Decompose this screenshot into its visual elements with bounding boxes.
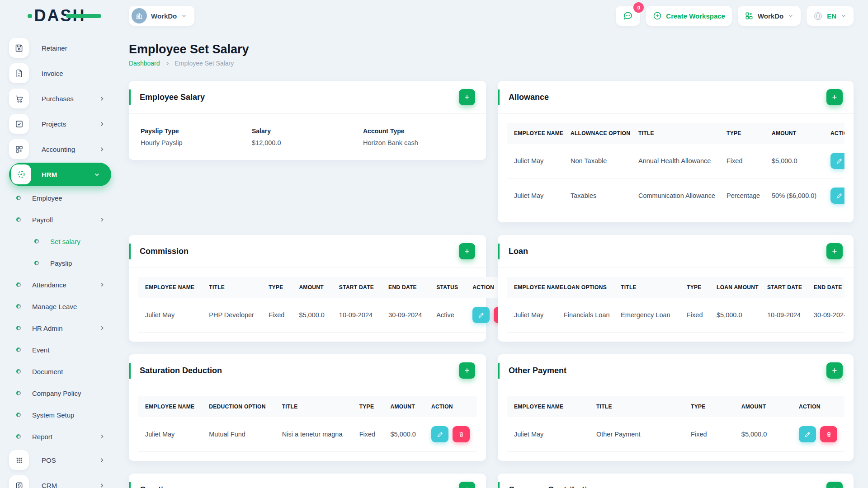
add-other-payment-button[interactable] [826,362,843,379]
column-header: DEDUCTION OPTION [202,396,274,417]
allowance-card: Allowance EMPLOYEE NAME ALLOWNACE OPTION… [498,81,854,222]
sidebar-item-pos[interactable]: POS [9,447,120,473]
message-count-badge: 0 [633,2,644,13]
edit-button[interactable] [830,153,844,169]
delete-button[interactable] [820,426,837,442]
field-label: Salary [252,127,363,135]
pencil-icon [437,431,443,438]
pencil-icon [804,431,811,438]
column-header: TITLE [631,123,719,144]
edit-button[interactable] [830,188,844,204]
saturation-deduction-card: Saturation Deduction EMPLOYEE NAME DEDUC… [129,354,486,461]
sidebar-item-set-salary[interactable]: Set salary [9,230,120,252]
status-text: Active [429,298,465,333]
sidebar-item-attendance[interactable]: Attendance [9,274,120,296]
add-overtime-button[interactable] [459,482,475,488]
sidebar-item-event[interactable]: Event [9,339,120,361]
edit-button[interactable] [472,307,490,323]
retainer-save-icon [9,38,29,58]
add-allowance-button[interactable] [826,89,843,105]
chevron-right-icon [99,282,105,288]
other-payment-table: EMPLOYEE NAME TITLE TYPE AMOUNT ACTION J… [507,396,844,452]
add-company-contribution-button[interactable] [826,482,843,488]
allowance-table: EMPLOYEE NAME ALLOWNACE OPTION TITLE TYP… [507,123,844,213]
page-title: Employee Set Salary [129,42,854,57]
commission-card: Commission EMPLOYEE NAME TITLE TYPE AMOU… [129,235,486,342]
commission-table: EMPLOYEE NAME TITLE TYPE AMOUNT START DA… [138,277,518,333]
workspace-menu-button[interactable]: WorkDo [738,6,801,26]
table-row: Juliet May Non Taxable Annual Health All… [507,144,844,178]
chevron-down-icon [181,13,187,19]
topbar-actions: 0 Create Workspace WorkDo EN [616,6,854,26]
sidebar-item-employee[interactable]: Employee [9,187,120,209]
add-loan-button[interactable] [826,243,843,259]
messages-button[interactable]: 0 [616,6,640,26]
sidebar-item-accounting[interactable]: Accounting [9,136,120,162]
saturation-deduction-table: EMPLOYEE NAME DEDUCTION OPTION TITLE TYP… [138,396,477,452]
add-saturation-deduction-button[interactable] [459,362,475,379]
chevron-down-icon [788,13,794,19]
bullet-icon [16,391,21,395]
loan-table-scroll[interactable]: EMPLOYEE NAME LOAN OPTIONS TITLE TYPE LO… [507,277,844,333]
card-header: Company Contribution [498,474,854,488]
sidebar-item-system-setup[interactable]: System Setup [9,404,120,426]
plus-icon [463,367,471,374]
card-header: Saturation Deduction [129,354,486,387]
create-workspace-button[interactable]: Create Workspace [646,6,732,26]
allowance-table-scroll[interactable]: EMPLOYEE NAME ALLOWNACE OPTION TITLE TYP… [507,123,844,213]
table-row: Juliet May Taxables Communication Allowa… [507,178,844,213]
sidebar-item-crm[interactable]: CRM [9,473,120,488]
sidebar-item-hr-admin[interactable]: HR Admin [9,317,120,339]
bullet-icon [16,413,21,417]
field-label: Account Type [363,127,474,135]
add-employee-salary-button[interactable] [459,89,475,105]
column-header: EMPLOYEE NAME [138,396,202,417]
bullet-icon [16,326,21,330]
bullet-icon [16,347,21,352]
workspace-name: WorkDo [151,12,177,20]
dash-logo[interactable]: DASH [34,8,85,24]
loan-table: EMPLOYEE NAME LOAN OPTIONS TITLE TYPE LO… [507,277,844,333]
workspace-avatar [132,8,147,23]
sidebar-item-document[interactable]: Document [9,361,120,382]
other-payment-card: Other Payment EMPLOYEE NAME TITLE TYPE A… [498,354,854,461]
sidebar: Retainer Invoice Purchases Projects [0,32,120,488]
chevron-right-icon [99,216,105,223]
chat-bubble-icon [623,10,633,21]
check-square-icon [9,114,29,134]
sidebar-item-payslip[interactable]: Payslip [9,252,120,274]
sidebar-item-projects[interactable]: Projects [9,111,120,136]
chevron-right-icon [99,482,105,488]
column-header: LOAN OPTIONS [557,277,613,298]
breadcrumb-dashboard-link[interactable]: Dashboard [129,60,160,67]
sidebar-item-hrm[interactable]: HRM [9,163,111,186]
bullet-icon [34,261,39,265]
sidebar-item-payroll[interactable]: Payroll [9,209,120,230]
edit-button[interactable] [799,426,816,442]
sidebar-item-company-policy[interactable]: Company Policy [9,382,120,404]
sidebar-item-retainer[interactable]: Retainer [9,35,120,61]
delete-button[interactable] [453,426,470,442]
bullet-icon [16,304,21,309]
sidebar-item-invoice[interactable]: Invoice [9,61,120,86]
column-header: TITLE [275,396,352,417]
language-selector[interactable]: EN [807,6,854,26]
bullet-icon [16,369,21,374]
plus-icon [831,486,838,488]
column-header: ALLOWNACE OPTION [563,123,631,144]
card-header: Commission [129,235,486,268]
chevron-right-icon [99,146,105,153]
sidebar-item-report[interactable]: Report [9,426,120,447]
grid-plus-icon [745,11,754,20]
pencil-icon [478,312,485,319]
sidebar-item-manage-leave[interactable]: Manage Leave [9,296,120,317]
add-commission-button[interactable] [459,243,475,259]
plus-icon [831,367,838,374]
sidebar-item-purchases[interactable]: Purchases [9,86,120,111]
column-header: END DATE [807,277,844,298]
workspace-switcher[interactable]: WorkDo [129,6,194,26]
field-label: Payslip Type [141,127,252,135]
chevron-right-icon [165,61,170,66]
column-header: AMOUNT [383,396,424,417]
edit-button[interactable] [431,426,448,442]
